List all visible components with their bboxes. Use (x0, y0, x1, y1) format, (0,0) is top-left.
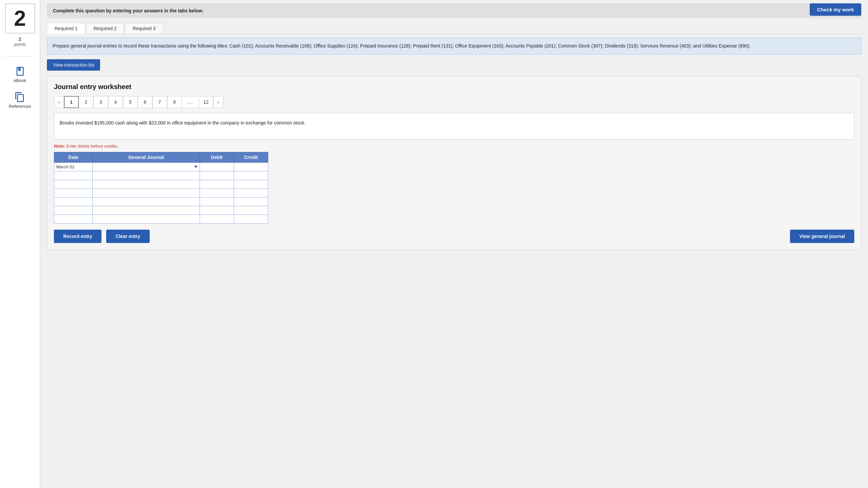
page-4-button[interactable]: 4 (108, 96, 123, 108)
credit-cell-3[interactable] (234, 180, 268, 189)
page-6-button[interactable]: 6 (137, 96, 152, 108)
date-cell-1: March 01 (54, 163, 93, 171)
points-label: points (14, 42, 26, 47)
debit-cell-1[interactable] (199, 163, 234, 171)
note-body: Enter debits before credits. (66, 143, 118, 149)
credit-cell-7[interactable] (234, 215, 268, 224)
debit-header: Debit (199, 152, 234, 163)
worksheet-title: Journal entry worksheet (54, 83, 854, 91)
tab-required-3[interactable]: Required 3 (125, 23, 163, 34)
check-my-work-button[interactable]: Check my work (810, 3, 861, 16)
page-12-button[interactable]: 12 (198, 96, 213, 108)
header-bar: Check my work (803, 0, 868, 19)
debit-cell-4[interactable] (199, 189, 234, 197)
tab-required-1[interactable]: Required 1 (47, 23, 85, 34)
credit-cell-6[interactable] (234, 206, 268, 215)
table-row (54, 180, 268, 189)
references-icon (14, 92, 25, 102)
note-label: Note: (54, 143, 65, 149)
table-row (54, 197, 268, 206)
debit-cell-6[interactable] (199, 206, 234, 215)
tab-required-2[interactable]: Required 2 (86, 23, 125, 34)
debit-cell-7[interactable] (199, 215, 234, 224)
references-button[interactable]: References (6, 89, 33, 111)
page-5-button[interactable]: 5 (123, 96, 137, 108)
gj-cell-2[interactable] (93, 171, 200, 180)
info-box-text: Prepare general journal entries to recor… (53, 43, 750, 48)
credit-cell-1[interactable] (234, 163, 268, 171)
debit-cell-2[interactable] (199, 171, 234, 180)
gj-cell-7[interactable] (93, 215, 200, 224)
sidebar: 2 2 points eBook References (0, 0, 40, 488)
gj-cell-1[interactable] (93, 163, 200, 171)
view-general-journal-button[interactable]: View general journal (790, 230, 854, 243)
credit-cell-4[interactable] (234, 189, 268, 197)
table-row (54, 215, 268, 224)
question-number: 2 (5, 3, 35, 33)
date-cell-3 (54, 180, 93, 189)
sidebar-divider (4, 56, 36, 57)
transaction-text: Brooks invested $195,000 cash along with… (60, 120, 305, 126)
tabs-bar: Required 1 Required 2 Required 3 (47, 23, 861, 34)
info-box: Prepare general journal entries to recor… (47, 37, 861, 55)
date-cell-6 (54, 206, 93, 215)
gj-cell-4[interactable] (93, 189, 200, 197)
points-value: 2 (19, 36, 21, 42)
page-prev-button[interactable]: ‹ (54, 96, 64, 108)
page-next-button[interactable]: › (213, 96, 223, 108)
debit-cell-5[interactable] (199, 197, 234, 206)
page-8-button[interactable]: 8 (167, 96, 182, 108)
journal-table: Date General Journal Debit Credit March … (54, 152, 268, 224)
instructions-banner: Complete this question by entering your … (47, 3, 861, 18)
page-dots: ... (182, 96, 198, 108)
date-cell-4 (54, 189, 93, 197)
page-2-button[interactable]: 2 (79, 96, 93, 108)
credit-cell-5[interactable] (234, 197, 268, 206)
page-1-button[interactable]: 1 (64, 96, 79, 108)
table-row (54, 206, 268, 215)
date-cell-7 (54, 215, 93, 224)
table-row: March 01 (54, 163, 268, 171)
worksheet-card: Journal entry worksheet ‹ 1 2 3 4 5 6 7 … (47, 76, 861, 250)
record-entry-button[interactable]: Record entry (54, 230, 101, 243)
ebook-icon (15, 66, 26, 77)
page-7-button[interactable]: 7 (152, 96, 167, 108)
transaction-description: Brooks invested $195,000 cash along with… (54, 113, 854, 139)
outer-layout: 2 2 points eBook References Complete thi… (0, 0, 868, 488)
date-header: Date (54, 152, 93, 163)
general-journal-header: General Journal (93, 152, 200, 163)
credit-cell-2[interactable] (234, 171, 268, 180)
date-cell-2 (54, 171, 93, 180)
debit-cell-3[interactable] (199, 180, 234, 189)
main-content: Complete this question by entering your … (40, 0, 868, 488)
instructions-text: Complete this question by entering your … (53, 8, 855, 13)
note-text: Note: Enter debits before credits. (54, 143, 854, 149)
gj-cell-5[interactable] (93, 197, 200, 206)
ebook-label: eBook (14, 78, 26, 83)
credit-header: Credit (234, 152, 268, 163)
gj-cell-3[interactable] (93, 180, 200, 189)
view-transaction-list-button[interactable]: View transaction list (47, 59, 100, 71)
date-cell-5 (54, 197, 93, 206)
page-3-button[interactable]: 3 (93, 96, 108, 108)
table-row (54, 189, 268, 197)
table-row (54, 171, 268, 180)
action-buttons: Record entry Clear entry View general jo… (54, 230, 854, 243)
clear-entry-button[interactable]: Clear entry (106, 230, 149, 243)
references-label: References (9, 104, 31, 109)
ebook-button[interactable]: eBook (11, 63, 29, 86)
dropdown-arrow-1[interactable] (194, 166, 197, 168)
gj-cell-6[interactable] (93, 206, 200, 215)
pagination: ‹ 1 2 3 4 5 6 7 8 ... 12 › (54, 96, 854, 108)
